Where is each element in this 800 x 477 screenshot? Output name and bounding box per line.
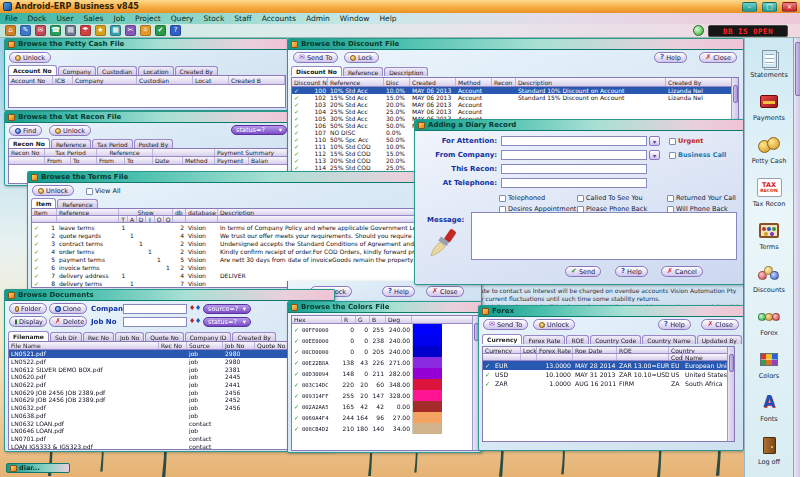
tab[interactable]: Description [384, 67, 428, 76]
urgent-checkbox[interactable]: Urgent [669, 137, 703, 145]
sidebar-item-log-off[interactable]: Log off [745, 429, 793, 471]
menu-item[interactable]: Admin [301, 14, 335, 23]
tab[interactable]: Company [58, 66, 97, 75]
tab[interactable]: Recon No [8, 138, 50, 148]
table-row[interactable]: ✓ 4 order terms 1 2 Vision Kindly confir… [32, 247, 468, 255]
lock-button[interactable]: Lock [344, 52, 379, 63]
attention-input[interactable] [501, 136, 647, 146]
LN0612 SILVER DEMO BOX.pdf-icon[interactable]: LN0612 SILVER DEMO BOX.pdf job 2381 [9, 365, 332, 373]
menu-item[interactable]: Query [166, 14, 199, 23]
unlock-button[interactable]: Unlock [9, 52, 51, 63]
LN0632 LOAN.pdf-icon[interactable]: LN0632 LOAN.pdf contact [9, 419, 332, 427]
tab[interactable]: Discount No [291, 66, 342, 76]
LN0629 JOB 2456 JOB 2389.pdf-icon[interactable]: LN0629 JOB 2456 JOB 2389.pdf job 2452 [9, 396, 332, 404]
tab[interactable]: Account No [8, 65, 57, 75]
sidebar-scrollbar[interactable] [793, 38, 800, 477]
lookup-icon[interactable]: ♦ [195, 317, 201, 325]
tab[interactable]: Tax Period [92, 139, 133, 148]
sidebar-item-fonts[interactable]: A Fonts [745, 386, 793, 428]
sidebar-item-terms[interactable]: Terms [745, 214, 793, 256]
clone-button[interactable]: Clone [49, 303, 87, 314]
sun-icon[interactable]: ☼ [140, 25, 151, 36]
send-to-button[interactable]: ✉Send To [293, 52, 338, 63]
table-row[interactable]: ✓ 103 20% Std Acc 20.0% MAY 06 2013 Acco… [292, 101, 738, 108]
business-call-checkbox[interactable]: Business Call [669, 151, 726, 159]
help-button[interactable]: ?Help [382, 286, 415, 297]
table-row[interactable]: ✓ 3 contract terms 1 2 Vision Undersigne… [32, 239, 468, 247]
table-row[interactable]: ✓ 2 quote regards 1 4 Vision We trust ou… [32, 231, 468, 239]
tab[interactable]: Reference [343, 67, 383, 76]
tab[interactable]: Country Name [642, 335, 695, 344]
menu-item[interactable]: Job [108, 14, 130, 23]
LN0521.pdf-icon[interactable]: LN0521.pdf job 2980 [9, 350, 332, 358]
table-row[interactable]: ✓ 00E22B8A 138 43 226 271.00 [292, 357, 479, 368]
status-filter-dropdown[interactable]: status=?▾ [203, 317, 251, 327]
folder-button[interactable]: Folder [9, 303, 47, 314]
company-input[interactable] [501, 150, 647, 160]
LN0620.pdf-icon[interactable]: LN0620.pdf job 2445 [9, 373, 332, 381]
send-to-button[interactable]: ✉Send To [483, 319, 528, 330]
tab[interactable]: Custodian [97, 66, 137, 75]
sidebar-item-petty-cash[interactable]: Petty Cash [745, 128, 793, 170]
table-row[interactable]: ✓ 00EE0000 0 0 238 240.00 [292, 335, 479, 346]
recon-input[interactable] [501, 164, 647, 174]
menu-item[interactable]: Help [374, 14, 401, 23]
tab[interactable]: Reference [51, 139, 91, 148]
sidebar-item-discounts[interactable]: Discounts [745, 257, 793, 299]
help-button[interactable]: ?Help [654, 52, 687, 63]
find-button[interactable]: Find [9, 125, 42, 136]
tab[interactable]: Updated By [697, 335, 742, 344]
menu-item[interactable]: Dock [23, 14, 52, 23]
tab[interactable]: Quote No [145, 332, 183, 341]
tab[interactable]: Job No [115, 332, 144, 341]
tab[interactable]: Created By [175, 66, 218, 75]
scissors-icon[interactable]: ✂ [125, 25, 136, 36]
LOAN JG5333 & JG5323.pdf-icon[interactable]: LOAN JG5333 & JG5323.pdf contact [9, 442, 332, 450]
menu-item[interactable]: Staff [229, 14, 256, 23]
LN0622.pdf-icon[interactable]: LN0622.pdf job 2441 [9, 381, 332, 389]
company-input[interactable] [123, 304, 187, 314]
sidebar-item-statements[interactable]: Statements [745, 42, 793, 84]
telephone-input[interactable] [501, 178, 647, 188]
help-button[interactable]: ?Help [658, 319, 691, 330]
European Union-icon[interactable]: ✓ EUR 13.0000 MAY 28 2014 ZAR 13.00=EUR … [483, 361, 734, 370]
tab[interactable]: Company ID [185, 332, 232, 341]
sidebar-item-payments[interactable]: Payments [745, 85, 793, 127]
menu-item[interactable]: Sales [79, 14, 109, 23]
attention-dropdown-button[interactable]: ▾ [649, 136, 660, 146]
tab[interactable]: Filename [8, 331, 49, 341]
LN0629 JOB 2456 JOB 2389.pdf-icon[interactable]: LN0629 JOB 2456 JOB 2389.pdf job 2456 [9, 388, 332, 396]
table-row[interactable]: ✓ 00FF0000 0 0 255 240.00 [292, 324, 479, 335]
close-button[interactable]: × [782, 2, 797, 12]
tab[interactable]: Reference [57, 199, 97, 208]
table-row[interactable]: ✓ 008CB4D2 210 180 140 34.00 [292, 423, 479, 434]
LN0646 LOAN.pdf-icon[interactable]: LN0646 LOAN.pdf job [9, 427, 332, 435]
restore-button[interactable]: □ [762, 2, 777, 12]
table-row[interactable]: ✓ 104 25% Std Acc 25.0% MAY 06 2013 Acco… [292, 108, 738, 115]
display-button[interactable]: Display [9, 316, 47, 327]
table-row[interactable]: ✓ 0060A4F4 244 164 96 27.00 [292, 412, 479, 423]
vertical-scrollbar[interactable] [727, 347, 734, 441]
close-button[interactable]: ✗Close [426, 286, 464, 297]
sidebar-item-forex[interactable]: Forex [745, 300, 793, 342]
LN0632.pdf-icon[interactable]: LN0632.pdf job 2456 [9, 404, 332, 412]
tab[interactable]: Forex Rate [523, 335, 565, 344]
tab[interactable]: ROE [566, 335, 589, 344]
tab[interactable]: Currency [482, 334, 522, 344]
LN0701.pdf-icon[interactable]: LN0701.pdf contact [9, 435, 332, 443]
phone-icon[interactable]: ☎ [50, 25, 61, 36]
company-dropdown-button[interactable]: ▾ [649, 150, 660, 160]
table-row[interactable]: ✓ 003C14DC 220 20 60 348.00 [292, 379, 479, 390]
star-icon[interactable]: ★ [95, 25, 106, 36]
table-row[interactable]: ✓ 7 delivery address 1 4 Vision DELIVER [32, 271, 468, 279]
tab[interactable]: Sub Dir [50, 332, 82, 341]
lookup-icon[interactable]: ♦ [195, 304, 201, 312]
help-button[interactable]: ?Help [615, 266, 648, 277]
table-row[interactable]: ✓ 1 leave terms 1 2 Vision In terms of C… [32, 223, 468, 231]
mail-icon[interactable]: ✉ [35, 25, 46, 36]
status-filter-dropdown[interactable]: status=?▾ [231, 125, 287, 135]
table-row[interactable]: ✓ 100 10% Std Acc 10.0% MAY 06 2013 Acco… [292, 87, 738, 94]
tab[interactable]: Rec No [83, 332, 114, 341]
message-textarea[interactable] [471, 212, 737, 260]
help-icon[interactable]: ? [170, 25, 181, 36]
